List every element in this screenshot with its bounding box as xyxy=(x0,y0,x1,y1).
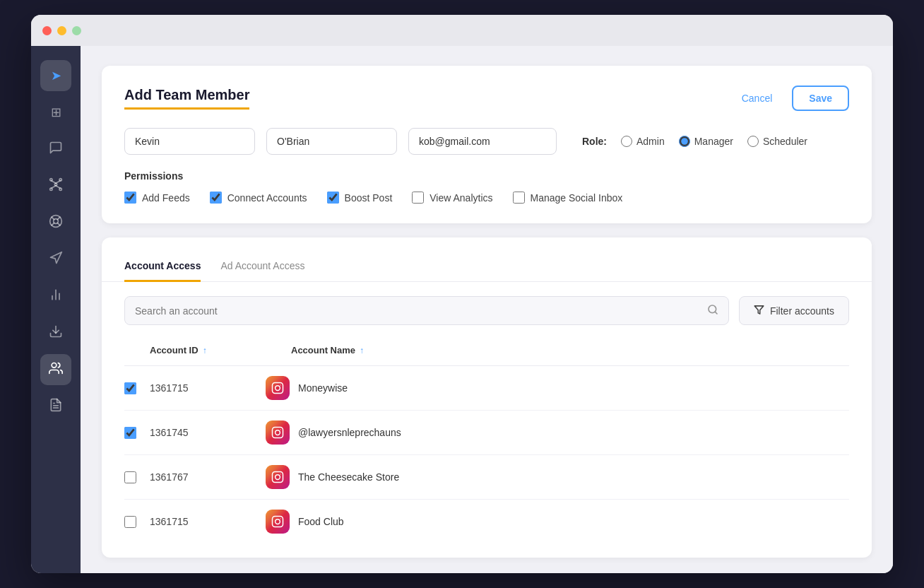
tab-ad-account-access[interactable]: Ad Account Access xyxy=(220,252,304,282)
svg-rect-31 xyxy=(273,472,283,483)
dashboard-icon: ⊞ xyxy=(51,105,61,120)
instagram-icon-4 xyxy=(266,510,290,534)
svg-point-35 xyxy=(276,519,280,524)
perm-connect-accounts[interactable]: Connect Accounts xyxy=(210,192,307,204)
svg-point-26 xyxy=(276,386,280,391)
first-name-input[interactable] xyxy=(124,128,255,155)
role-manager-option[interactable]: Manager xyxy=(679,136,733,147)
last-name-input[interactable] xyxy=(266,128,397,155)
instagram-icon-1 xyxy=(266,376,290,400)
perm-view-analytics-label: View Analytics xyxy=(430,192,492,204)
perm-view-analytics-checkbox[interactable] xyxy=(412,192,424,204)
role-admin-label: Admin xyxy=(636,136,665,147)
inbox-icon xyxy=(49,141,63,158)
perm-connect-accounts-checkbox[interactable] xyxy=(210,192,222,204)
sidebar-item-campaigns[interactable] xyxy=(40,244,71,275)
cancel-button[interactable]: Cancel xyxy=(730,87,784,110)
row-2-name: @lawyersnleprechauns xyxy=(266,421,849,445)
filter-button[interactable]: Filter accounts xyxy=(739,296,849,325)
svg-point-19 xyxy=(52,363,57,368)
minimize-button[interactable] xyxy=(57,26,66,35)
perm-manage-social-inbox-checkbox[interactable] xyxy=(513,192,525,204)
sidebar-item-users[interactable] xyxy=(40,354,71,385)
column-header-id[interactable]: Account ID ↑ xyxy=(150,345,291,355)
perm-connect-accounts-label: Connect Accounts xyxy=(227,192,307,204)
search-icon xyxy=(707,304,718,317)
titlebar xyxy=(31,15,893,46)
perm-add-feeds-label: Add Feeds xyxy=(142,192,190,204)
perm-add-feeds-checkbox[interactable] xyxy=(124,192,136,204)
svg-point-27 xyxy=(280,384,281,385)
sidebar-item-inbox[interactable] xyxy=(40,134,71,165)
svg-rect-28 xyxy=(273,428,283,438)
svg-point-36 xyxy=(280,518,281,519)
permissions-row: Add Feeds Connect Accounts Boost Post xyxy=(124,192,849,204)
app-window: ➤ ⊞ xyxy=(31,15,893,573)
permissions-label: Permissions xyxy=(124,170,849,182)
sidebar-item-reports[interactable] xyxy=(40,391,71,422)
row-1-checkbox[interactable] xyxy=(124,382,136,394)
table-row: 1361715 Moneywise xyxy=(124,366,849,411)
compass-icon: ➤ xyxy=(51,68,61,83)
instagram-icon-3 xyxy=(266,465,290,489)
row-3-id: 1361767 xyxy=(150,471,266,483)
search-filter-row: Filter accounts xyxy=(124,296,849,325)
row-3-checkbox[interactable] xyxy=(124,471,136,483)
save-button[interactable]: Save xyxy=(792,86,849,111)
row-1-account-name: Moneywise xyxy=(298,382,348,394)
role-scheduler-radio[interactable] xyxy=(747,136,759,147)
role-scheduler-option[interactable]: Scheduler xyxy=(747,136,807,147)
row-checkbox-4[interactable] xyxy=(124,516,150,528)
table-header: Account ID ↑ Account Name ↑ xyxy=(124,339,849,366)
perm-boost-post-checkbox[interactable] xyxy=(327,192,339,204)
sidebar-item-dashboard[interactable]: ⊞ xyxy=(40,97,71,128)
sidebar-item-network[interactable] xyxy=(40,170,71,201)
row-checkbox-1[interactable] xyxy=(124,382,150,394)
svg-point-32 xyxy=(276,475,280,480)
row-3-name: The Cheesecake Store xyxy=(266,465,849,489)
row-4-name: Food Club xyxy=(266,510,849,534)
perm-view-analytics[interactable]: View Analytics xyxy=(412,192,492,204)
close-button[interactable] xyxy=(42,26,52,35)
row-1-id: 1361715 xyxy=(150,382,266,394)
sidebar-item-analytics[interactable] xyxy=(40,281,71,312)
perm-boost-post[interactable]: Boost Post xyxy=(327,192,393,204)
table-row: 1361715 Food Club xyxy=(124,500,849,543)
network-icon xyxy=(49,177,63,195)
row-checkbox-3[interactable] xyxy=(124,471,150,483)
search-account-input[interactable] xyxy=(135,305,700,317)
sidebar-item-downloads[interactable] xyxy=(40,317,71,348)
sort-id-icon: ↑ xyxy=(203,346,207,355)
row-2-checkbox[interactable] xyxy=(124,427,136,439)
perm-manage-social-inbox-label: Manage Social Inbox xyxy=(531,192,623,204)
row-2-account-name: @lawyersnleprechauns xyxy=(298,427,401,438)
role-admin-radio[interactable] xyxy=(621,136,632,147)
perm-add-feeds[interactable]: Add Feeds xyxy=(124,192,190,204)
sidebar-item-compass[interactable]: ➤ xyxy=(40,60,71,91)
role-scheduler-label: Scheduler xyxy=(763,136,807,147)
svg-rect-25 xyxy=(273,383,283,394)
role-admin-option[interactable]: Admin xyxy=(621,136,665,147)
filter-icon xyxy=(754,305,764,317)
tab-account-access[interactable]: Account Access xyxy=(124,252,201,282)
col-name-label: Account Name xyxy=(291,345,355,355)
permissions-section: Permissions Add Feeds Connect Accounts xyxy=(124,170,849,204)
role-manager-radio[interactable] xyxy=(679,136,690,147)
column-header-name[interactable]: Account Name ↑ xyxy=(291,345,849,355)
tabs-row: Account Access Ad Account Access xyxy=(102,237,872,282)
row-4-checkbox[interactable] xyxy=(124,516,136,528)
search-box[interactable] xyxy=(124,296,729,325)
row-checkbox-2[interactable] xyxy=(124,427,150,439)
perm-manage-social-inbox[interactable]: Manage Social Inbox xyxy=(513,192,623,204)
svg-line-8 xyxy=(56,185,61,188)
download-icon xyxy=(49,324,63,342)
maximize-button[interactable] xyxy=(72,26,81,35)
header-actions: Cancel Save xyxy=(730,86,849,111)
sort-name-icon: ↑ xyxy=(360,346,364,355)
role-label: Role: xyxy=(582,136,607,147)
email-input[interactable] xyxy=(408,128,557,155)
sidebar: ➤ ⊞ xyxy=(31,46,81,573)
support-icon xyxy=(49,214,63,232)
sidebar-item-support[interactable] xyxy=(40,207,71,238)
svg-line-13 xyxy=(57,217,60,220)
